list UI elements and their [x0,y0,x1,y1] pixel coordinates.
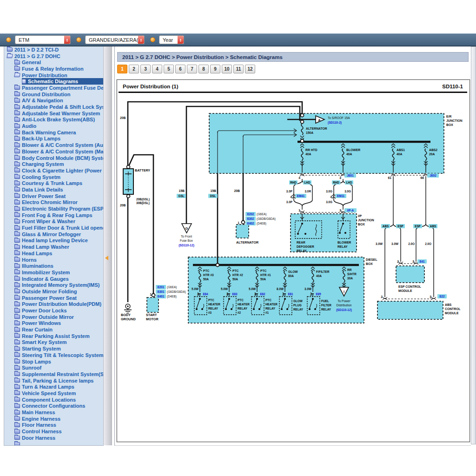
connector-link[interactable]: E84 [203,292,208,296]
page-button-10[interactable]: 10 [222,65,232,73]
sidebar-item[interactable]: Data Link Details [4,186,104,193]
sidebar-item[interactable]: Illuminations [4,263,104,269]
sidebar-item[interactable]: Blower & A/C Control System (Auto) [4,142,104,148]
diagram-link[interactable]: (SD110-2) [328,121,342,125]
sidebar-item[interactable]: Rear Parking Assist System [4,333,104,339]
sidebar-item[interactable]: Main Harness [4,409,104,416]
sidebar-item[interactable]: Clock & Cigarette Lighter (Power Outle [4,167,104,174]
sidebar-item[interactable]: Back Warning Camera [4,129,104,136]
sidebar-item[interactable]: Connector Configurations [4,403,104,410]
sidebar-item[interactable]: Blower & A/C Control System (Manual) [4,148,104,155]
sidebar-item[interactable]: Head Lamp Washer [4,244,104,250]
sidebar-item[interactable]: General [4,59,104,66]
diagram-link[interactable]: (SD110-12) [336,308,352,312]
page-button-5[interactable]: 5 [164,65,174,73]
manual-type-select[interactable]: ETM ▲▼ [15,35,71,44]
collapse-sidebar-icon[interactable] [105,256,108,260]
page-button-1[interactable]: 1 [117,65,127,73]
sidebar-item[interactable]: Body Control Module (BCM) System [4,155,104,161]
connector-link[interactable]: E22 [439,295,445,298]
sidebar-item[interactable]: Driver Power Seat [4,193,104,199]
sidebar-item[interactable]: Anti-Lock Brake System(ABS) [4,117,104,123]
sidebar-item[interactable]: Glass & Mirror Defogger [4,231,104,238]
sidebar-item[interactable]: 2011 > D 2.2 TCI-D [4,46,104,53]
connector-link[interactable]: EM41 [297,194,305,198]
sidebar-item[interactable]: Power Distribution Module(PDM) [4,301,104,308]
page-button-6[interactable]: 6 [175,65,185,73]
connector-link[interactable]: EM11 [337,194,345,198]
connector-link[interactable]: E85 [316,292,321,296]
connector-link[interactable]: E302 [247,217,254,220]
page-button-9[interactable]: 9 [210,65,220,73]
sidebar-item[interactable]: Head Lamps [4,250,104,257]
sidebar-item[interactable]: Immobilizer System [4,269,104,276]
page-button-4[interactable]: 4 [152,65,162,73]
sidebar-item[interactable]: Rear Curtain [4,326,104,333]
page-button-12[interactable]: 12 [245,65,255,73]
sidebar-item[interactable]: 2011 > G 2.7 DOHC [4,53,104,60]
vertical-scrollbar[interactable] [471,46,476,444]
sidebar-item[interactable]: Vehicle Speed System [4,390,104,397]
connector-link[interactable]: JE01 [347,174,354,177]
sidebar-item[interactable]: Stop Lamps [4,358,104,365]
sidebar-item[interactable]: Control Harness [4,428,104,435]
sidebar-item[interactable]: Cooling Sysetm [4,174,104,180]
page-button-7[interactable]: 7 [187,65,197,73]
sidebar-item[interactable]: Front Fog & Rear Fog Lamps [4,212,104,218]
stepper-icon[interactable]: ▲▼ [138,36,144,44]
stepper-icon[interactable]: ▲▼ [64,36,70,44]
sidebar-item[interactable]: Power Distribution [4,72,104,79]
sidebar-item[interactable]: Power Door Locks [4,307,104,314]
sidebar-item[interactable]: Component Locations [4,397,104,403]
connector-link[interactable]: E83 [232,292,238,296]
connector-link[interactable]: E82 [260,292,265,296]
page-button-8[interactable]: 8 [198,65,209,73]
sidebar-item[interactable]: Electro Chromic Mirror [4,199,104,206]
sidebar-item[interactable]: Floor Harness [4,422,104,429]
connector-link[interactable]: E201 [158,285,165,289]
page-button-11[interactable]: 11 [233,65,244,73]
sidebar-item[interactable]: Courtesy & Trunk Lamps [4,180,104,186]
connector-link[interactable]: E301 [158,290,165,293]
connector-link[interactable]: JE02 [430,174,436,177]
sidebar-item[interactable]: Fuse & Relay Information [4,66,104,72]
sidebar-item[interactable]: Electronic Stability Program (ESP)Syst [4,205,104,212]
sidebar-item[interactable]: Passenger Power Seat [4,295,104,301]
connector-link[interactable]: E202 [247,212,254,216]
sidebar-item[interactable]: Smart Key System [4,339,104,346]
connector-link[interactable]: I/P-A [347,209,354,212]
sidebar-item[interactable]: Fuel Filler Door & Trunk Lid opener [4,225,104,231]
sidebar-item[interactable]: Head lamp Leveling Device [4,238,104,244]
sidebar-item[interactable]: Horns [4,257,104,263]
sidebar-item[interactable]: Power Windows [4,320,104,327]
sidebar-item[interactable]: Steering Tilt & Telescopic System [4,352,104,358]
sidebar-item[interactable]: Charging System [4,161,104,167]
vehicle-select[interactable]: GRANDEUR/AZERA(TG) ▲▼ [85,35,145,44]
sidebar-item[interactable]: Integrated Memory System(IMS) [4,282,104,288]
year-select[interactable]: Year ▲▼ [159,35,184,44]
sidebar-item[interactable]: Ground Distribution [4,91,104,98]
sidebar-item[interactable]: Adjustable Seat Warmer System [4,110,104,117]
stepper-icon[interactable]: ▲▼ [178,36,184,44]
sidebar-item[interactable]: Door Harness [4,435,104,441]
sidebar-item[interactable]: Turn & Hazard Lamps [4,383,104,390]
sidebar-item[interactable]: Adjustable Pedal & Shift Lock System [4,104,104,110]
sidebar-item[interactable]: Passenger Compartment Fuse Details [4,85,104,91]
sidebar-item[interactable]: Audio [4,123,104,129]
sidebar-item[interactable]: A/V & Navigation [4,98,104,104]
sidebar-item[interactable]: Indicator & Gauges [4,276,104,282]
sidebar-item[interactable]: Outside Mirror Folding [4,288,104,295]
sidebar-item[interactable]: Sunroof [4,364,104,371]
sidebar-item[interactable]: Tail, Parking & License lamps [4,377,104,384]
sidebar-item[interactable]: Starting System [4,345,104,352]
connector-link[interactable]: E81 [288,292,293,296]
page-button-3[interactable]: 3 [140,65,151,73]
sidebar-item[interactable]: Front Wiper & Washer [4,218,104,225]
connector-link[interactable]: E41 [419,260,425,263]
sidebar-item[interactable]: Schematic Diagrams [4,78,104,85]
sidebar-item[interactable] [4,441,104,446]
page-button-2[interactable]: 2 [129,65,139,73]
sidebar-item[interactable]: Back-Up Lamps [4,136,104,142]
connector-link[interactable]: E401 [158,295,165,298]
diagram-link[interactable]: (SD110-12) [178,244,194,247]
